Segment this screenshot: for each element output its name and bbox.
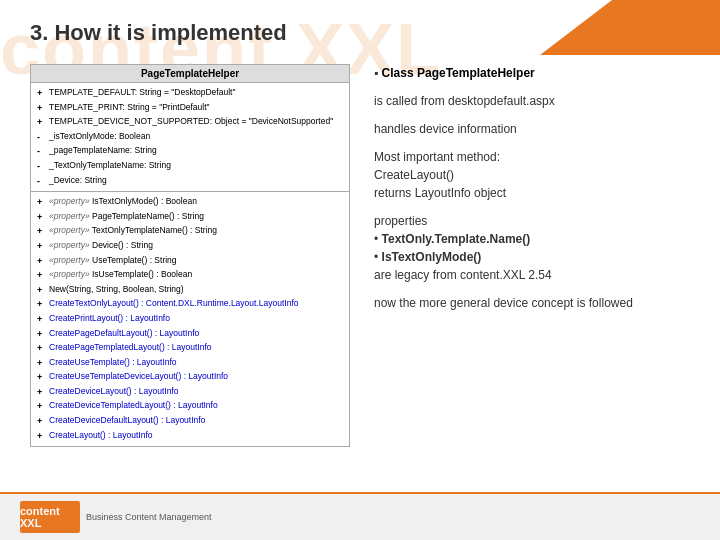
- uml-method-17: + CreateLayout() : LayoutInfo: [37, 429, 343, 444]
- uml-modifier: -: [37, 160, 45, 173]
- main-layout: PageTemplateHelper + TEMPLATE_DEFAULT: S…: [30, 64, 690, 447]
- uml-field-text: _Device: String: [49, 175, 107, 187]
- uml-method-text: CreatePrintLayout() : LayoutInfo: [49, 313, 170, 325]
- logo-tagline: Business Content Management: [86, 512, 212, 522]
- logo-text: content XXL: [20, 505, 80, 529]
- logo-area: content XXL Business Content Management: [20, 501, 212, 533]
- uml-method-text: CreateTextOnlyLayout() : Content.DXL.Run…: [49, 298, 298, 310]
- uml-modifier: +: [37, 87, 45, 100]
- logo-box: content XXL: [20, 501, 80, 533]
- text-only-template-text: TextOnly.Template.Name(): [382, 232, 531, 246]
- uml-modifier: +: [37, 102, 45, 115]
- uml-field-text: TEMPLATE_DEVICE_NOT_SUPPORTED: Object = …: [49, 116, 333, 128]
- uml-field-text: TEMPLATE_DEFAULT: String = "DesktopDefau…: [49, 87, 235, 99]
- bullet-icon: ▪: [374, 66, 382, 80]
- uml-field-text: TEMPLATE_PRINT: String = "PrintDefault": [49, 102, 210, 114]
- properties-desc: properties • TextOnly.Template.Name() • …: [374, 212, 690, 284]
- uml-method-text: «property» Device() : String: [49, 240, 153, 252]
- uml-diagram: PageTemplateHelper + TEMPLATE_DEFAULT: S…: [30, 64, 350, 447]
- uml-title: PageTemplateHelper: [31, 65, 349, 83]
- uml-method-15: + CreateDeviceTemplatedLayout() : Layout…: [37, 399, 343, 414]
- uml-modifier: +: [37, 225, 45, 238]
- uml-modifier: +: [37, 269, 45, 282]
- uml-modifier: +: [37, 415, 45, 428]
- uml-fields-section: + TEMPLATE_DEFAULT: String = "DesktopDef…: [31, 83, 349, 192]
- uml-method-7: + New(String, String, Boolean, String): [37, 283, 343, 298]
- class-name-text: Class PageTemplateHelper: [382, 66, 535, 80]
- uml-modifier: +: [37, 386, 45, 399]
- called-from-desc: is called from desktopdefault.aspx: [374, 92, 690, 110]
- uml-method-text: CreateDeviceTemplatedLayout() : LayoutIn…: [49, 400, 218, 412]
- uml-modifier: +: [37, 255, 45, 268]
- uml-modifier: +: [37, 371, 45, 384]
- class-description: ▪ Class PageTemplateHelper: [374, 64, 690, 82]
- uml-modifier: +: [37, 357, 45, 370]
- uml-method-text: «property» PageTemplateName() : String: [49, 211, 204, 223]
- uml-modifier: +: [37, 116, 45, 129]
- uml-method-4: + «property» Device() : String: [37, 239, 343, 254]
- uml-method-5: + «property» UseTemplate() : String: [37, 254, 343, 269]
- uml-method-text: CreateDeviceDefaultLayout() : LayoutInfo: [49, 415, 205, 427]
- uml-method-14: + CreateDeviceLayout() : LayoutInfo: [37, 385, 343, 400]
- uml-modifier: +: [37, 328, 45, 341]
- create-layout-text: CreateLayout(): [374, 168, 454, 182]
- uml-method-text: CreateLayout() : LayoutInfo: [49, 430, 152, 442]
- handles-desc: handles device information: [374, 120, 690, 138]
- uml-modifier: +: [37, 211, 45, 224]
- uml-modifier: -: [37, 175, 45, 188]
- uml-method-text: CreatePageTemplatedLayout() : LayoutInfo: [49, 342, 212, 354]
- uml-modifier: +: [37, 284, 45, 297]
- uml-method-3: + «property» TextOnlyTemplateName() : St…: [37, 224, 343, 239]
- uml-modifier: +: [37, 342, 45, 355]
- called-from-text: is called from desktopdefault.aspx: [374, 94, 555, 108]
- uml-field-3: + TEMPLATE_DEVICE_NOT_SUPPORTED: Object …: [37, 115, 343, 130]
- uml-method-6: + «property» IsUseTemplate() : Boolean: [37, 268, 343, 283]
- uml-method-text: «property» TextOnlyTemplateName() : Stri…: [49, 225, 217, 237]
- is-text-only-mode-text: IsTextOnlyMode(): [382, 250, 482, 264]
- uml-method-text: CreateUseTemplateDeviceLayout() : Layout…: [49, 371, 228, 383]
- uml-modifier: +: [37, 430, 45, 443]
- uml-method-9: + CreatePrintLayout() : LayoutInfo: [37, 312, 343, 327]
- uml-field-5: - _pageTemplateName: String: [37, 144, 343, 159]
- uml-field-text: _isTextOnlyMode: Boolean: [49, 131, 150, 143]
- uml-method-10: + CreatePageDefaultLayout() : LayoutInfo: [37, 327, 343, 342]
- uml-modifier: +: [37, 196, 45, 209]
- uml-modifier: -: [37, 131, 45, 144]
- uml-method-13: + CreateUseTemplateDeviceLayout() : Layo…: [37, 370, 343, 385]
- uml-methods-section: + «property» IsTextOnlyMode() : Boolean …: [31, 192, 349, 446]
- bottom-bar: content XXL Business Content Management: [0, 492, 720, 540]
- uml-method-text: New(String, String, Boolean, String): [49, 284, 184, 296]
- right-panel: ▪ Class PageTemplateHelper is called fro…: [374, 64, 690, 312]
- uml-modifier: +: [37, 298, 45, 311]
- uml-method-2: + «property» PageTemplateName() : String: [37, 210, 343, 225]
- uml-field-text: _pageTemplateName: String: [49, 145, 157, 157]
- uml-method-text: «property» IsUseTemplate() : Boolean: [49, 269, 192, 281]
- uml-method-1: + «property» IsTextOnlyMode() : Boolean: [37, 195, 343, 210]
- uml-method-text: «property» IsTextOnlyMode() : Boolean: [49, 196, 197, 208]
- uml-method-12: + CreateUseTemplate() : LayoutInfo: [37, 356, 343, 371]
- most-important-desc: Most important method: CreateLayout() re…: [374, 148, 690, 202]
- uml-method-text: «property» UseTemplate() : String: [49, 255, 177, 267]
- uml-method-16: + CreateDeviceDefaultLayout() : LayoutIn…: [37, 414, 343, 429]
- uml-method-8: + CreateTextOnlyLayout() : Content.DXL.R…: [37, 297, 343, 312]
- uml-modifier: +: [37, 240, 45, 253]
- page-title: 3. How it is implemented: [30, 20, 690, 46]
- uml-method-text: CreatePageDefaultLayout() : LayoutInfo: [49, 328, 199, 340]
- uml-modifier: +: [37, 400, 45, 413]
- returns-text: returns LayoutInfo object: [374, 186, 506, 200]
- uml-field-6: - _TextOnlyTemplateName: String: [37, 159, 343, 174]
- uml-method-text: CreateDeviceLayout() : LayoutInfo: [49, 386, 178, 398]
- uml-field-1: + TEMPLATE_DEFAULT: String = "DesktopDef…: [37, 86, 343, 101]
- uml-method-11: + CreatePageTemplatedLayout() : LayoutIn…: [37, 341, 343, 356]
- uml-field-7: - _Device: String: [37, 174, 343, 189]
- handles-text: handles device information: [374, 122, 517, 136]
- uml-method-text: CreateUseTemplate() : LayoutInfo: [49, 357, 177, 369]
- uml-modifier: -: [37, 145, 45, 158]
- general-desc: now the more general device concept is f…: [374, 294, 690, 312]
- uml-modifier: +: [37, 313, 45, 326]
- page-content: 3. How it is implemented PageTemplateHel…: [0, 0, 720, 457]
- uml-field-2: + TEMPLATE_PRINT: String = "PrintDefault…: [37, 101, 343, 116]
- uml-field-4: - _isTextOnlyMode: Boolean: [37, 130, 343, 145]
- uml-field-text: _TextOnlyTemplateName: String: [49, 160, 171, 172]
